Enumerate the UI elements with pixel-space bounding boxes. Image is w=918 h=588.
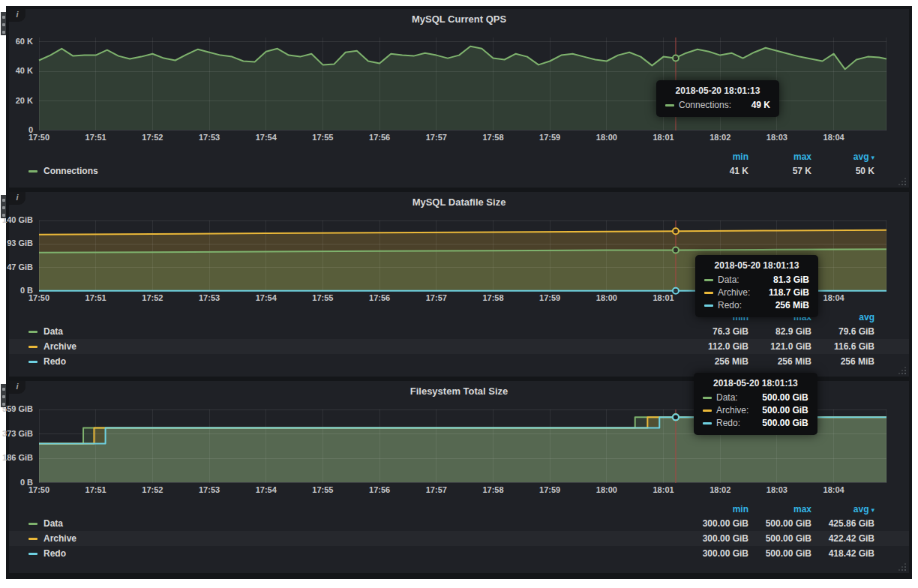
legend-item-redo[interactable]: Redo (28, 356, 66, 367)
legend-item-connections[interactable]: Connections (28, 166, 98, 176)
tooltip-series-row: Connections:49 K (665, 100, 770, 110)
tooltip-series-name: Data: (716, 392, 738, 403)
tooltip-series-row: Data:500.00 GiB (703, 392, 808, 403)
x-axis-label: 17:55 (312, 133, 333, 142)
panel-title[interactable]: MySQL Current QPS (9, 9, 909, 28)
x-axis-label: 18:01 (652, 133, 674, 142)
y-axis: 559 GiB373 GiB186 GiB0 B (9, 410, 39, 483)
tooltip-timestamp: 2018-05-20 18:01:13 (703, 378, 808, 388)
stats-sort-max[interactable]: max (748, 504, 812, 514)
stat-value: 112.0 GiB (686, 341, 748, 352)
panel-drag-handle[interactable] (1, 384, 6, 407)
stat-value: 418.42 GiB (812, 548, 874, 559)
legend-row: Archive112.0 GiB121.0 GiB116.6 GiB (9, 339, 909, 354)
y-axis-label: 93 GiB (7, 239, 33, 248)
legend-color-swatch (28, 553, 38, 555)
stat-value: 57 K (748, 166, 812, 176)
x-axis-label: 17:54 (256, 133, 277, 142)
stat-value: 422.42 GiB (812, 533, 874, 544)
tooltip-color-swatch (703, 410, 712, 412)
y-axis-label: 140 GiB (2, 215, 33, 224)
panel-info-icon[interactable]: i (9, 192, 26, 205)
stats-sort-min[interactable]: min (686, 504, 748, 514)
y-axis-label: 20 K (16, 96, 33, 105)
x-axis-label: 18:00 (596, 293, 617, 302)
y-axis: 60 K40 K20 K0 (9, 38, 39, 130)
x-axis-label: 17:57 (426, 133, 447, 142)
stat-value: 256 MiB (748, 356, 812, 367)
tooltip-series-row: Archive:118.7 GiB (704, 287, 809, 298)
x-axis-label: 18:02 (710, 485, 730, 494)
legend-label: Connections (44, 166, 98, 176)
panel-info-icon[interactable]: i (9, 381, 26, 394)
legend: Data300.00 GiB500.00 GiB425.86 GiBArchiv… (9, 516, 909, 561)
tooltip-timestamp: 2018-05-20 18:01:13 (665, 86, 770, 96)
stats-sort-max[interactable]: max (748, 152, 812, 162)
panel-drag-handle[interactable] (1, 12, 6, 35)
legend-color-swatch (28, 523, 38, 525)
legend-row: Redo256 MiB256 MiB256 MiB (9, 354, 909, 369)
x-axis-label: 17:52 (142, 133, 163, 142)
panel-title[interactable]: MySQL Datafile Size (9, 192, 909, 212)
stat-value: 500.00 GiB (748, 533, 812, 544)
tooltip-color-swatch (704, 292, 713, 294)
legend-color-swatch (28, 170, 38, 172)
x-axis-label: 17:53 (199, 485, 220, 494)
x-axis-label: 17:50 (28, 485, 50, 494)
x-axis-label: 18:00 (596, 485, 617, 494)
grafana-dashboard-page: { "colors": { "green": "#7eb26d", "yello… (0, 0, 918, 588)
stats-sort-avg[interactable]: avg▾ (812, 152, 874, 162)
stat-value: 82.9 GiB (748, 326, 812, 337)
legend-item-archive[interactable]: Archive (28, 533, 76, 544)
legend-item-archive[interactable]: Archive (28, 341, 76, 352)
x-axis-label: 18:04 (824, 485, 844, 494)
legend-item-data[interactable]: Data (28, 518, 63, 529)
x-axis-label: 17:52 (142, 485, 163, 494)
x-axis-label: 18:00 (596, 133, 617, 142)
legend-label: Data (44, 326, 63, 337)
x-axis-label: 18:04 (824, 293, 844, 302)
graph-tooltip: 2018-05-20 18:01:13Data:500.00 GiBArchiv… (694, 373, 818, 435)
x-axis-label: 17:57 (426, 485, 447, 494)
stat-value: 300.00 GiB (686, 533, 748, 544)
legend-row: Connections41 K57 K50 K (9, 164, 909, 178)
x-axis: 17:5017:5117:5217:5317:5417:5517:5617:57… (39, 130, 886, 144)
x-axis-label: 17:56 (369, 293, 390, 302)
legend-stats-header: minmaxavg▾ (9, 150, 909, 164)
stat-value: 121.0 GiB (748, 341, 812, 352)
stat-value: 41 K (686, 166, 748, 176)
legend-color-swatch (28, 538, 38, 540)
x-axis-label: 17:59 (539, 293, 560, 302)
panel-drag-handle[interactable] (1, 195, 6, 218)
legend-item-redo[interactable]: Redo (28, 548, 66, 559)
stat-value: 50 K (812, 166, 874, 176)
panel-resize-handle[interactable] (897, 365, 906, 374)
x-axis-label: 17:58 (482, 293, 503, 302)
x-axis-label: 17:53 (199, 133, 220, 142)
tooltip-series-row: Data:81.3 GiB (704, 274, 809, 285)
x-axis-label: 17:51 (86, 133, 106, 142)
panel-resize-handle[interactable] (897, 562, 906, 571)
tooltip-color-swatch (704, 279, 713, 281)
legend-label: Redo (44, 548, 66, 559)
stat-value: 256 MiB (812, 356, 874, 367)
x-axis-label: 17:53 (199, 293, 220, 302)
hover-point-marker (673, 247, 679, 253)
stat-value: 79.6 GiB (812, 326, 874, 337)
stats-sort-min[interactable]: min (686, 152, 748, 162)
tooltip-series-name: Redo: (716, 418, 740, 428)
stats-sort-avg[interactable]: avg (812, 312, 874, 322)
legend-row: Data300.00 GiB500.00 GiB425.86 GiB (9, 516, 909, 531)
legend-item-data[interactable]: Data (28, 326, 63, 337)
panel-info-icon[interactable]: i (9, 9, 26, 22)
x-axis-label: 17:58 (482, 485, 503, 494)
panel-resize-handle[interactable] (897, 176, 906, 185)
x-axis-label: 18:03 (766, 133, 788, 142)
stats-sort-avg[interactable]: avg▾ (812, 504, 874, 514)
legend: Data76.3 GiB82.9 GiB79.6 GiBArchive112.0… (9, 324, 909, 369)
caret-down-icon: ▾ (871, 506, 874, 514)
y-axis-label: 373 GiB (2, 429, 33, 438)
tooltip-series-value: 118.7 GiB (769, 287, 809, 298)
info-icon: i (16, 10, 18, 19)
x-axis-label: 17:51 (86, 485, 106, 494)
